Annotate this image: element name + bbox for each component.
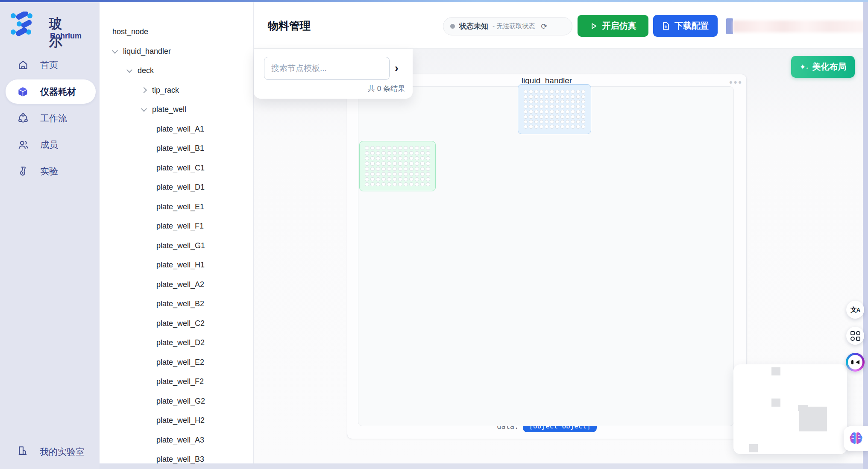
sidebar-item-instruments[interactable]: 仪器耗材 bbox=[6, 79, 96, 104]
tree-node-plate_well_B3[interactable]: plate_well_B3 bbox=[100, 450, 253, 463]
tree-node-label: plate_well_G1 bbox=[156, 236, 205, 255]
well-dot bbox=[576, 105, 580, 108]
well-dot bbox=[571, 95, 575, 99]
chevron-down-icon[interactable] bbox=[141, 106, 147, 112]
tree-node-plate_well_D1[interactable]: plate_well_D1 bbox=[100, 178, 253, 196]
tree-node-plate_well_B2[interactable]: plate_well_B2 bbox=[100, 294, 253, 313]
well-dot bbox=[409, 167, 413, 171]
page-scrollbar[interactable] bbox=[863, 2, 868, 469]
start-simulation-button[interactable]: 开启仿真 bbox=[578, 15, 648, 37]
node-menu-icon[interactable]: ••• bbox=[726, 77, 746, 88]
well-dot bbox=[545, 90, 548, 94]
well-dot bbox=[524, 95, 528, 99]
well-dot bbox=[420, 161, 425, 165]
well-dot bbox=[370, 146, 375, 150]
well-dot bbox=[529, 100, 533, 104]
well-dot bbox=[387, 146, 391, 150]
tree-node-plate_well_E2[interactable]: plate_well_E2 bbox=[100, 353, 253, 372]
workflow-icon bbox=[17, 112, 29, 124]
tip-rack-plate[interactable] bbox=[518, 84, 591, 134]
tree-node-plate_well_G1[interactable]: plate_well_G1 bbox=[100, 236, 253, 255]
well-dot bbox=[545, 105, 548, 108]
tree-node-label: plate_well_D2 bbox=[156, 333, 205, 352]
tree-node-plate_well_H1[interactable]: plate_well_H1 bbox=[100, 255, 253, 274]
status-detail: - 无法获取状态 bbox=[493, 22, 535, 30]
well-plate[interactable] bbox=[359, 141, 436, 191]
well-dot bbox=[560, 105, 564, 108]
minimap-node-block bbox=[771, 399, 780, 407]
well-dot bbox=[550, 95, 554, 99]
translate-button[interactable]: 文A bbox=[846, 301, 864, 319]
chevron-down-icon[interactable] bbox=[112, 47, 118, 53]
well-dot bbox=[393, 182, 397, 186]
tree-node-host_node[interactable]: host_node bbox=[100, 22, 253, 41]
well-dot bbox=[370, 151, 375, 155]
well-dot bbox=[409, 146, 413, 150]
tree-node-plate_well_D2[interactable]: plate_well_D2 bbox=[100, 333, 253, 352]
beautify-layout-button[interactable]: ✦˖ 美化布局 bbox=[791, 56, 855, 78]
tree-node-plate_well_C1[interactable]: plate_well_C1 bbox=[100, 158, 253, 177]
well-dot bbox=[365, 172, 369, 176]
well-dot bbox=[545, 100, 548, 104]
well-dot bbox=[393, 177, 397, 181]
well-dot bbox=[524, 125, 528, 129]
tree-node-tip_rack[interactable]: tip_rack bbox=[100, 81, 253, 100]
tree-node-plate_well_A2[interactable]: plate_well_A2 bbox=[100, 275, 253, 294]
tree-node-plate_well_F1[interactable]: plate_well_F1 bbox=[100, 217, 253, 235]
tree-node-label: liquid_handler bbox=[123, 42, 171, 61]
well-dot bbox=[415, 177, 419, 181]
well-dot bbox=[571, 115, 575, 119]
sidebar-item-workflow[interactable]: 工作流 bbox=[0, 106, 100, 130]
well-dot bbox=[370, 156, 375, 160]
ai-assistant-button[interactable] bbox=[846, 353, 865, 372]
tree-node-plate_well_G2[interactable]: plate_well_G2 bbox=[100, 392, 253, 410]
well-dot bbox=[415, 156, 419, 160]
status-badge[interactable]: 状态未知 - 无法获取状态 ⟳ bbox=[443, 17, 572, 35]
well-dot bbox=[398, 146, 402, 150]
minimap[interactable] bbox=[733, 364, 847, 454]
tree-node-label: plate_well_E1 bbox=[156, 197, 204, 216]
well-dot bbox=[426, 172, 430, 176]
chevron-right-icon[interactable] bbox=[141, 87, 147, 93]
refresh-icon[interactable]: ⟳ bbox=[541, 22, 547, 31]
well-dot bbox=[529, 95, 533, 99]
tree-node-plate_well_B1[interactable]: plate_well_B1 bbox=[100, 139, 253, 158]
well-dot bbox=[540, 110, 543, 114]
well-dot bbox=[420, 156, 425, 160]
tree-node-plate_well_E1[interactable]: plate_well_E1 bbox=[100, 197, 253, 216]
download-config-button[interactable]: 下载配置 bbox=[653, 15, 718, 37]
tree-node-label: tip_rack bbox=[152, 81, 179, 100]
deck-area[interactable] bbox=[358, 86, 734, 426]
tree-node-deck[interactable]: deck bbox=[100, 61, 253, 80]
well-dot bbox=[404, 177, 408, 181]
tree-node-plate_well_C2[interactable]: plate_well_C2 bbox=[100, 314, 253, 333]
sidebar-item-members[interactable]: 成员 bbox=[0, 132, 100, 157]
tree-node-plate_well_H2[interactable]: plate_well_H2 bbox=[100, 411, 253, 430]
sidebar-item-home[interactable]: 首页 bbox=[0, 53, 100, 77]
tree-node-plate_well_A3[interactable]: plate_well_A3 bbox=[100, 431, 253, 449]
tree-node-plate_well[interactable]: plate_well bbox=[100, 100, 253, 119]
well-dot bbox=[566, 100, 569, 104]
tree-node-liquid_handler[interactable]: liquid_handler bbox=[100, 42, 253, 61]
well-dot bbox=[387, 151, 391, 155]
well-dot bbox=[365, 182, 369, 186]
well-dot bbox=[560, 125, 564, 129]
ai-brain-button[interactable] bbox=[844, 426, 868, 451]
cube-icon bbox=[17, 86, 29, 97]
collapse-chevron-icon[interactable]: › bbox=[395, 62, 399, 75]
experiment-icon bbox=[17, 165, 29, 177]
well-dot bbox=[534, 115, 538, 119]
apps-button[interactable] bbox=[846, 327, 864, 345]
brand-logo[interactable]: 玻尔 Bohrium bbox=[10, 12, 34, 36]
sidebar-item-experiment[interactable]: 实验 bbox=[0, 159, 100, 183]
tree-node-plate_well_A1[interactable]: plate_well_A1 bbox=[100, 120, 253, 138]
chevron-down-icon[interactable] bbox=[126, 67, 132, 73]
tree-node-plate_well_F2[interactable]: plate_well_F2 bbox=[100, 372, 253, 391]
tree-node-label: plate_well_F1 bbox=[156, 217, 204, 235]
search-input[interactable] bbox=[264, 57, 390, 80]
well-dot bbox=[524, 90, 528, 94]
sidebar-item-my-lab[interactable]: 我的实验室 bbox=[0, 440, 100, 464]
well-dot bbox=[534, 110, 538, 114]
tree-node-label: plate_well bbox=[152, 100, 186, 119]
well-dot bbox=[370, 167, 375, 171]
